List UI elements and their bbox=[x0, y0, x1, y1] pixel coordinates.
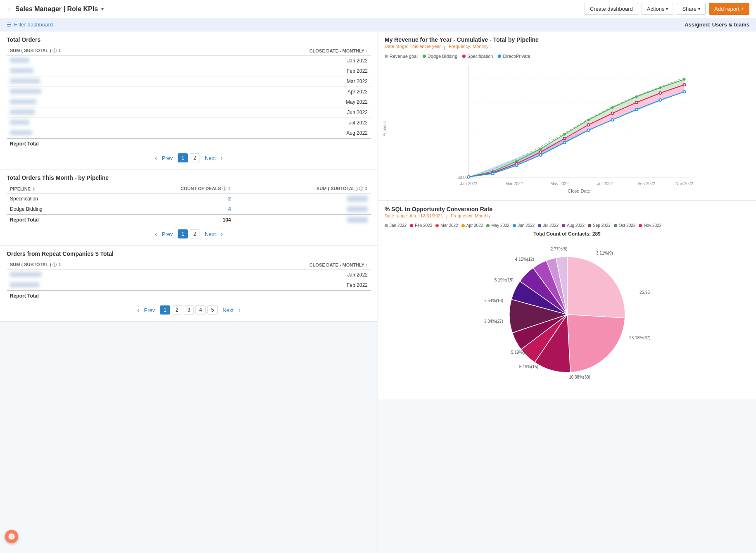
row-value bbox=[7, 97, 178, 107]
next-arrow-pipeline[interactable]: › bbox=[221, 231, 223, 237]
svg-point-25 bbox=[611, 112, 614, 114]
pie-segment-1[interactable] bbox=[567, 315, 625, 372]
prev-button[interactable]: Prev bbox=[159, 154, 176, 162]
nav-right: Create dashboard Actions ▾ Share ▾ Add r… bbox=[585, 3, 749, 15]
spec-pipeline-name: Specification bbox=[7, 194, 99, 204]
page-2-button[interactable]: 2 bbox=[190, 153, 200, 162]
prev-button-repeat[interactable]: Prev bbox=[141, 306, 159, 315]
page-2-repeat[interactable]: 2 bbox=[172, 305, 182, 315]
assigned-value: Users & teams bbox=[712, 21, 749, 28]
page-4-repeat[interactable]: 4 bbox=[195, 305, 206, 315]
page-1-repeat[interactable]: 1 bbox=[160, 305, 170, 315]
svg-text:Jul 2022: Jul 2022 bbox=[597, 181, 613, 186]
total-orders-row: Jul 2022 bbox=[7, 118, 371, 128]
pipeline-pagination: ‹ Prev 1 2 Next › bbox=[7, 225, 371, 240]
page-1-button[interactable]: 1 bbox=[178, 153, 188, 162]
legend-item: Specification bbox=[462, 54, 493, 59]
favorite-icon[interactable]: ☆ bbox=[7, 6, 12, 12]
row-date: Apr 2022 bbox=[178, 87, 371, 97]
count-sort[interactable]: ⇕ bbox=[228, 186, 231, 191]
svg-text:5.19%(15): 5.19%(15) bbox=[519, 365, 538, 369]
svg-point-26 bbox=[635, 101, 638, 104]
next-button-pipeline[interactable]: Next bbox=[202, 230, 219, 238]
sql-legend-item: Jul 2022 bbox=[538, 223, 559, 228]
top-navigation: ☆ Sales Manager | Role KPIs ▾ Create das… bbox=[0, 0, 756, 18]
dodge-count[interactable]: 4 bbox=[99, 204, 234, 215]
y-axis-label: Subtotal bbox=[383, 121, 387, 136]
repeat-col-right: CLOSE DATE - MONTHLY ↑ bbox=[178, 260, 371, 270]
sql-legend-item: Feb 2022 bbox=[410, 223, 432, 228]
total-orders-col-right: CLOSE DATE - MONTHLY ↑ bbox=[178, 46, 371, 56]
page-5-repeat[interactable]: 5 bbox=[207, 305, 218, 315]
dodge-sum bbox=[234, 204, 371, 215]
next-arrow[interactable]: › bbox=[221, 155, 223, 161]
svg-point-30 bbox=[492, 172, 494, 175]
prev-arrow[interactable]: ‹ bbox=[155, 155, 157, 161]
create-dashboard-button[interactable]: Create dashboard bbox=[585, 3, 638, 15]
svg-point-33 bbox=[563, 141, 566, 144]
sql-chart-title: % SQL to Opportunity Conversion Rate bbox=[385, 206, 749, 212]
add-report-button[interactable]: Add report + bbox=[709, 3, 749, 15]
orders-pipeline-table: PIPELINE ⇕ COUNT OF DEALS ⓘ ⇕ SUM ( SUBT… bbox=[7, 184, 371, 225]
count-info[interactable]: ⓘ bbox=[222, 186, 226, 191]
total-orders-row: Feb 2022 bbox=[7, 66, 371, 76]
sql-legend-item: Jan 2022 bbox=[385, 223, 407, 228]
svg-point-38 bbox=[683, 91, 686, 93]
page-1-pipeline[interactable]: 1 bbox=[178, 229, 188, 238]
total-orders-row: Jun 2022 bbox=[7, 107, 371, 118]
legend-item: Direct/Private bbox=[498, 54, 530, 59]
sum-info[interactable]: ⓘ bbox=[359, 186, 363, 191]
next-button-repeat[interactable]: Next bbox=[219, 306, 237, 315]
col-sort-icon[interactable]: ⇕ bbox=[58, 48, 61, 53]
share-button[interactable]: Share ▾ bbox=[677, 3, 706, 15]
repeat-orders-pagination: ‹ Prev 1 2 3 4 5 Next › bbox=[7, 301, 371, 316]
prev-arrow-pipeline[interactable]: ‹ bbox=[155, 231, 157, 237]
row-date: Feb 2022 bbox=[178, 66, 371, 76]
revenue-frequency: Frequency: Monthly bbox=[449, 44, 489, 49]
svg-point-31 bbox=[516, 164, 518, 167]
repeat-date-sort[interactable]: ↑ bbox=[366, 263, 368, 267]
revenue-chart-title: My Revenue for the Year - Cumulative - T… bbox=[385, 36, 749, 43]
hubspot-widget[interactable] bbox=[5, 530, 18, 543]
svg-text:May 2022: May 2022 bbox=[551, 181, 569, 186]
pipeline-sort[interactable]: ⇕ bbox=[32, 187, 35, 191]
main-grid: Total Orders SUM ( SUBTOTAL ) ⓘ ⇕ CLOSE … bbox=[0, 31, 756, 551]
assigned-section: Assigned: Users & teams bbox=[685, 21, 749, 28]
revenue-date-range: Date range: This entire year bbox=[385, 44, 441, 49]
spec-count[interactable]: 2 bbox=[99, 194, 234, 204]
row-date: Jan 2022 bbox=[178, 56, 371, 66]
filter-bar: ☰ Filter dashboard Assigned: Users & tea… bbox=[0, 18, 756, 31]
page-2-pipeline[interactable]: 2 bbox=[190, 229, 200, 238]
spec-sum bbox=[234, 194, 371, 204]
sum-sort[interactable]: ⇕ bbox=[364, 186, 368, 191]
svg-point-12 bbox=[540, 148, 542, 150]
actions-button[interactable]: Actions ▾ bbox=[642, 3, 674, 15]
repeat-col-sort[interactable]: ⇕ bbox=[58, 262, 61, 267]
svg-text:Close Date: Close Date bbox=[568, 188, 590, 193]
title-dropdown-icon[interactable]: ▾ bbox=[101, 6, 104, 12]
prev-button-pipeline[interactable]: Prev bbox=[159, 230, 176, 238]
prev-arrow-repeat[interactable]: ‹ bbox=[137, 307, 139, 313]
filter-dashboard-button[interactable]: ☰ Filter dashboard bbox=[7, 21, 53, 28]
svg-point-35 bbox=[611, 119, 614, 121]
pie-segment-0[interactable] bbox=[567, 257, 625, 318]
legend-item: Revenue goal bbox=[385, 54, 418, 59]
pipeline-total-label: Report Total bbox=[7, 215, 99, 225]
next-button[interactable]: Next bbox=[202, 154, 219, 162]
row-date: Mar 2022 bbox=[178, 76, 371, 87]
col-sort-icon-right[interactable]: ↑ bbox=[366, 49, 368, 53]
repeat-orders-total-row: Report Total bbox=[7, 291, 371, 301]
pipeline-row-dodge: Dodge Bidding 4 bbox=[7, 204, 371, 215]
col-info-icon[interactable]: ⓘ bbox=[52, 48, 57, 53]
sql-legend-item: Nov 2022 bbox=[639, 223, 661, 228]
page-3-repeat[interactable]: 3 bbox=[184, 305, 194, 315]
svg-point-34 bbox=[587, 129, 590, 131]
repeat-col-left: SUM ( SUBTOTAL ) ⓘ ⇕ bbox=[7, 260, 178, 270]
sum-col: SUM ( SUBTOTAL ) ⓘ ⇕ bbox=[234, 184, 371, 194]
sql-legend: Jan 2022Feb 2022Mar 2022Apr 2022May 2022… bbox=[385, 223, 749, 228]
next-arrow-repeat[interactable]: › bbox=[238, 307, 240, 313]
row-date: Jan 2022 bbox=[178, 270, 371, 280]
repeat-col-info[interactable]: ⓘ bbox=[52, 262, 57, 267]
total-orders-row: Apr 2022 bbox=[7, 87, 371, 97]
repeat-orders-row: Jan 2022 bbox=[7, 270, 371, 280]
